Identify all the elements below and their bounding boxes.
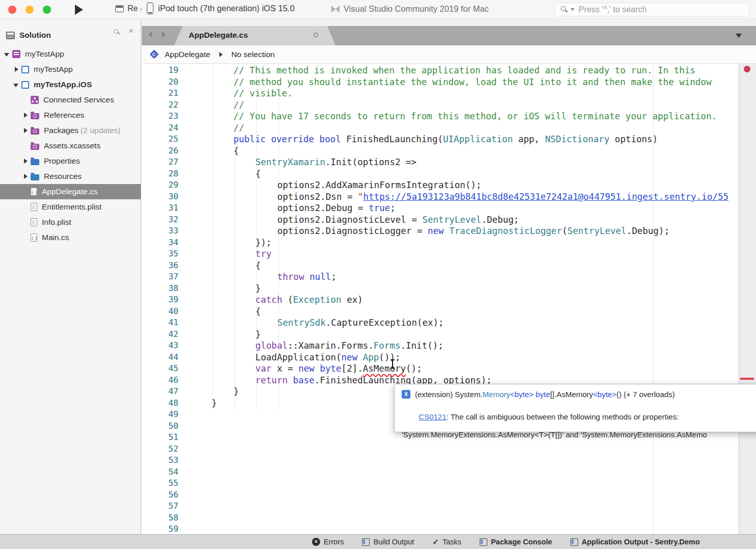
dsn-url-link[interactable]: https://5a193123a9b841bc8d8e42531e7242a1… — [363, 192, 728, 202]
close-pane-icon[interactable]: × — [128, 26, 134, 36]
line-number[interactable]: 21 — [142, 88, 178, 99]
code-line-43[interactable]: 43global::Xamarin.Forms.Forms.Init(); — [142, 340, 739, 352]
line-number[interactable]: 58 — [142, 512, 178, 524]
line-number[interactable]: 35 — [142, 248, 178, 260]
breadcrumb-selection[interactable]: No selection — [231, 50, 275, 59]
line-number[interactable]: 36 — [142, 260, 178, 272]
line-number[interactable]: 32 — [142, 214, 178, 226]
line-number[interactable]: 30 — [142, 191, 178, 203]
line-number[interactable]: 50 — [142, 421, 178, 432]
line-number[interactable]: 20 — [142, 76, 178, 88]
code-line-38[interactable]: 38} — [142, 283, 739, 295]
code-line-34[interactable]: 34}); — [142, 237, 739, 249]
editor-scrollbar[interactable] — [739, 64, 756, 534]
line-number[interactable]: 34 — [142, 237, 178, 249]
pad-errors[interactable]: ×Errors — [312, 538, 344, 546]
code-line-24[interactable]: 24// — [142, 122, 739, 134]
line-number[interactable]: 53 — [142, 455, 178, 466]
line-number[interactable]: 28 — [142, 168, 178, 180]
code-line-26[interactable]: 26{ — [142, 145, 739, 157]
disclosure-closed-icon[interactable] — [21, 172, 31, 180]
code-line-55[interactable]: 55 — [142, 478, 739, 489]
tree-item-resources[interactable]: Resources — [0, 169, 141, 184]
line-number[interactable]: 26 — [142, 145, 178, 157]
code-line-41[interactable]: 41SentrySdk.CaptureException(ex); — [142, 317, 739, 329]
code-line-42[interactable]: 42} — [142, 329, 739, 341]
tree-item-info-plist[interactable]: Info.plist — [0, 215, 141, 230]
device-selector[interactable]: iPod touch (7th generation) iOS 15.0 — [147, 3, 295, 14]
line-number[interactable]: 49 — [142, 409, 178, 421]
build-configuration-selector[interactable]: Re › — [115, 4, 142, 13]
line-number[interactable]: 27 — [142, 156, 178, 168]
code-line-19[interactable]: 19// This method is invoked when the app… — [142, 65, 739, 76]
code-line-21[interactable]: 21// visible. — [142, 88, 739, 99]
line-number[interactable]: 29 — [142, 179, 178, 191]
code-line-36[interactable]: 36{ — [142, 260, 739, 272]
line-number[interactable]: 25 — [142, 134, 178, 145]
line-number[interactable]: 48 — [142, 398, 178, 409]
code-line-40[interactable]: 40{ — [142, 306, 739, 318]
code-line-45[interactable]: 45var x = new byte[2].AsMemory(); — [142, 363, 739, 375]
code-line-56[interactable]: 56 — [142, 489, 739, 501]
disclosure-closed-icon[interactable] — [21, 111, 31, 119]
code-line-29[interactable]: 29options2.AddXamarinFormsIntegration(); — [142, 179, 739, 191]
code-line-59[interactable]: 59 — [142, 524, 739, 534]
navigate-forward-button[interactable]: › — [158, 28, 168, 41]
code-line-39[interactable]: 39catch (Exception ex) — [142, 294, 739, 306]
tab-appdelegate[interactable]: AppDelegate.cs — [174, 26, 335, 45]
tree-item-mytestapp[interactable]: myTestApp — [0, 46, 141, 62]
line-number[interactable]: 54 — [142, 466, 178, 478]
line-number[interactable]: 59 — [142, 524, 178, 534]
code-line-20[interactable]: 20// method you should instantiate the w… — [142, 76, 739, 88]
line-number[interactable]: 55 — [142, 478, 178, 489]
line-number[interactable]: 40 — [142, 306, 178, 318]
tab-modified-icon[interactable] — [314, 33, 318, 37]
line-number[interactable]: 45 — [142, 363, 178, 375]
line-number[interactable]: 24 — [142, 122, 178, 134]
code-line-54[interactable]: 54 — [142, 466, 739, 478]
minimize-window-button[interactable] — [25, 6, 34, 14]
code-line-52[interactable]: 52 — [142, 443, 739, 455]
tree-item-main-cs[interactable]: Main.cs — [0, 230, 141, 245]
tree-item-assets-xcassets[interactable]: Assets.xcassets — [0, 138, 141, 153]
line-number[interactable]: 42 — [142, 329, 178, 341]
tree-item-appdelegate-cs[interactable]: AppDelegate.cs — [0, 184, 141, 199]
disclosure-open-icon[interactable] — [12, 81, 21, 89]
tree-item-mytestapp-ios[interactable]: myTestApp.iOS — [0, 77, 141, 92]
code-editor[interactable]: 19// This method is invoked when the app… — [142, 64, 756, 534]
line-number[interactable]: 52 — [142, 443, 178, 455]
tree-item-entitlements-plist[interactable]: Entitlements.plist — [0, 199, 141, 215]
code-line-53[interactable]: 53 — [142, 455, 739, 466]
code-line-28[interactable]: 28{ — [142, 168, 739, 180]
code-line-35[interactable]: 35try — [142, 248, 739, 260]
line-number[interactable]: 43 — [142, 340, 178, 352]
zoom-window-button[interactable] — [43, 6, 51, 14]
pad-build-output[interactable]: Build Output — [362, 538, 414, 546]
tree-item-packages[interactable]: Packages(2 updates) — [0, 123, 141, 138]
code-line-58[interactable]: 58 — [142, 512, 739, 524]
disclosure-closed-icon[interactable] — [12, 65, 21, 73]
line-number[interactable]: 47 — [142, 386, 178, 398]
code-line-22[interactable]: 22// — [142, 99, 739, 111]
line-number[interactable]: 38 — [142, 283, 178, 295]
line-number[interactable]: 39 — [142, 294, 178, 306]
tree-item-references[interactable]: References — [0, 108, 141, 123]
search-input[interactable] — [579, 5, 749, 14]
line-number[interactable]: 33 — [142, 225, 178, 237]
code-line-44[interactable]: 44LoadApplication(new App()); — [142, 352, 739, 363]
global-search-box[interactable] — [555, 3, 749, 16]
tree-item-connected-services[interactable]: Connected Services — [0, 92, 141, 108]
line-number[interactable]: 22 — [142, 99, 178, 111]
line-number[interactable]: 46 — [142, 375, 178, 386]
pin-pane-icon[interactable] — [114, 29, 120, 36]
code-line-33[interactable]: 33options2.DiagnosticLogger = new TraceD… — [142, 225, 739, 237]
line-number[interactable]: 41 — [142, 317, 178, 329]
code-line-37[interactable]: 37throw null; — [142, 271, 739, 283]
code-line-25[interactable]: 25public override bool FinishedLaunching… — [142, 134, 739, 145]
line-number[interactable]: 23 — [142, 111, 178, 122]
code-line-27[interactable]: 27SentryXamarin.Init(options2 => — [142, 156, 739, 168]
breadcrumb-class[interactable]: AppDelegate — [165, 50, 211, 59]
line-number[interactable]: 51 — [142, 432, 178, 443]
disclosure-closed-icon[interactable] — [21, 157, 31, 165]
error-code-link[interactable]: CS0121 — [419, 412, 446, 421]
